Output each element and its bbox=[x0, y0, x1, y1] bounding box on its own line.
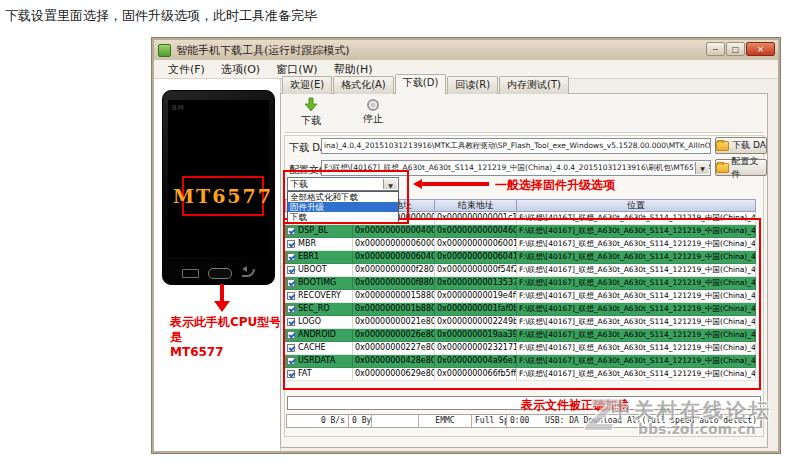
partition-name: UBOOT bbox=[298, 264, 327, 276]
toolbar-separator bbox=[285, 132, 763, 133]
table-row[interactable]: SEC_RO 0x0000000001b88000 0x0000000001fa… bbox=[285, 303, 756, 316]
row-checkbox[interactable] bbox=[287, 266, 295, 274]
tab[interactable]: 格式化(A) bbox=[333, 76, 394, 94]
start-address: 0x0000000001588000 bbox=[353, 290, 435, 302]
row-checkbox[interactable] bbox=[287, 253, 295, 261]
partition-name: ANDROID bbox=[298, 329, 336, 341]
scatter-browse-label: 配置文件 bbox=[732, 155, 766, 181]
partition-name: RECOVERY bbox=[298, 290, 341, 302]
end-address: 0x00000000006001ff bbox=[435, 238, 517, 250]
titlebar[interactable]: 智能手机下载工具(运行时跟踪模式) ─ □ × bbox=[154, 40, 778, 60]
status-cell: 0 B/s bbox=[287, 415, 349, 427]
table-row[interactable]: ANDROID 0x00000000026e8000 0x0000000019a… bbox=[285, 329, 756, 342]
start-address: 0x0000000000040000 bbox=[353, 225, 435, 237]
partition-name: MBR bbox=[298, 238, 316, 250]
end-address: 0x0000000001faf0b7 bbox=[435, 303, 517, 315]
row-checkbox[interactable] bbox=[287, 370, 295, 378]
start-address: 0x00000000629e8000 bbox=[353, 368, 435, 380]
start-address: 0x0000000000600000 bbox=[353, 238, 435, 250]
header-end-address[interactable]: 结束地址 bbox=[435, 200, 517, 211]
maximize-button[interactable]: □ bbox=[726, 42, 745, 56]
status-cell bbox=[372, 415, 419, 427]
row-checkbox[interactable] bbox=[287, 344, 295, 352]
status-cell: 0:00 bbox=[507, 415, 542, 427]
tab[interactable]: 欢迎(E) bbox=[282, 76, 332, 94]
da-browse-button[interactable]: 下载 DA bbox=[715, 137, 767, 154]
header-location[interactable]: 位置 bbox=[517, 200, 755, 211]
row-checkbox[interactable] bbox=[287, 240, 295, 248]
dropdown-option[interactable]: 固件升级 bbox=[288, 202, 398, 212]
scatter-dropdown-arrow-icon[interactable]: ▼ bbox=[695, 162, 709, 174]
row-checkbox[interactable] bbox=[287, 292, 295, 300]
stop-button[interactable]: 停止 bbox=[353, 97, 393, 129]
file-location: F:\联想\[40167]_联想_A630t_A630t_S114_121219… bbox=[517, 342, 756, 354]
mode-dropdown-list: 全部格式化和下载固件升级下载 bbox=[287, 191, 399, 223]
table-row[interactable]: BOOTIMG 0x0000000000f88000 0x00000000013… bbox=[285, 277, 756, 290]
table-row[interactable]: DSP_BL 0x0000000000040000 0x000000000004… bbox=[285, 225, 756, 238]
row-checkbox[interactable] bbox=[287, 227, 295, 235]
status-cell: Full Speed bbox=[472, 415, 507, 427]
partition-table: PRELOADER 0x0000000000000000 0x000000000… bbox=[285, 212, 756, 381]
partition-name: EBR1 bbox=[298, 251, 319, 263]
phone-image: BM MT6577 bbox=[162, 90, 275, 285]
cpu-highlight-box: MT6577 bbox=[182, 176, 264, 216]
row-checkbox[interactable] bbox=[287, 331, 295, 339]
da-path-field[interactable]: ina)_4.0.4_20151031213916\MTK工具教程驱动\SP_F… bbox=[321, 138, 711, 154]
stop-button-label: 停止 bbox=[363, 112, 383, 126]
start-address: 0x0000000000604000 bbox=[353, 251, 435, 263]
tab[interactable]: 下载(D) bbox=[395, 74, 447, 94]
start-address: 0x00000000227e8000 bbox=[353, 342, 435, 354]
table-row[interactable]: USRDATA 0x00000000428e8000 0x000000004a9… bbox=[285, 355, 756, 368]
stop-icon bbox=[367, 99, 379, 111]
dropdown-option[interactable]: 全部格式化和下载 bbox=[288, 192, 398, 202]
mode-combobox[interactable]: 下载 ▼ bbox=[287, 177, 399, 191]
file-location: F:\联想\[40167]_联想_A630t_A630t_S114_121219… bbox=[517, 225, 756, 237]
status-cell: EMMC bbox=[419, 415, 472, 427]
end-address: 0x0000000002249b77 bbox=[435, 316, 517, 328]
dropdown-option[interactable]: 下载 bbox=[288, 212, 398, 222]
end-address: 0x000000000001c193 bbox=[435, 212, 517, 224]
end-address: 0x0000000000f54f27 bbox=[435, 264, 517, 276]
dropdown-tip-annotation: 一般选择固件升级选项 bbox=[495, 177, 615, 194]
file-location: F:\联想\[40167]_联想_A630t_A630t_S114_121219… bbox=[517, 368, 756, 380]
menu-item[interactable]: 帮助(H) bbox=[326, 61, 381, 78]
menu-item[interactable]: 选项(O) bbox=[213, 61, 268, 78]
row-checkbox[interactable] bbox=[287, 318, 295, 326]
scatter-path-field[interactable]: F:\联想\[40167]_联想_A630t_A630t_S114_121219… bbox=[321, 160, 711, 176]
file-location: F:\联想\[40167]_联想_A630t_A630t_S114_121219… bbox=[517, 212, 756, 224]
tab-strip: 欢迎(E)格式化(A)下载(D)回读(R)内存测试(T) bbox=[282, 78, 570, 94]
table-row[interactable]: MBR 0x0000000000600000 0x00000000006001f… bbox=[285, 238, 756, 251]
cpu-tip-annotation: 表示此手机CPU型号是 MT6577 bbox=[170, 315, 288, 360]
end-address: 0x00000000006041ff bbox=[435, 251, 517, 263]
table-row[interactable]: LOGO 0x00000000021e8000 0x0000000002249b… bbox=[285, 316, 756, 329]
row-checkbox[interactable] bbox=[287, 305, 295, 313]
download-button-label: 下载 bbox=[301, 114, 321, 128]
minimize-button[interactable]: ─ bbox=[706, 42, 725, 56]
folder-icon bbox=[716, 163, 729, 173]
table-row[interactable]: RECOVERY 0x0000000001588000 0x0000000001… bbox=[285, 290, 756, 303]
table-row[interactable]: EBR1 0x0000000000604000 0x00000000006041… bbox=[285, 251, 756, 264]
close-button[interactable]: × bbox=[746, 42, 775, 56]
app-icon bbox=[158, 44, 171, 57]
download-tab-page: 下载 停止 下载 DA ina)_4.0.4_20151031213916\MT… bbox=[280, 93, 768, 448]
partition-name: CACHE bbox=[298, 342, 326, 354]
end-address: 0x0000000066fb5fff bbox=[435, 368, 517, 380]
row-checkbox[interactable] bbox=[287, 357, 295, 365]
table-row[interactable]: UBOOT 0x0000000000f28000 0x0000000000f54… bbox=[285, 264, 756, 277]
table-row[interactable]: CACHE 0x00000000227e8000 0x0000000023217… bbox=[285, 342, 756, 355]
end-address: 0x0000000023217117 bbox=[435, 342, 517, 354]
scatter-path-text: F:\联想\[40167]_联想_A630t_A630t_S114_121219… bbox=[324, 163, 711, 172]
end-address: 0x00000000013537ff bbox=[435, 277, 517, 289]
table-row[interactable]: FAT 0x00000000629e8000 0x0000000066fb5ff… bbox=[285, 368, 756, 381]
combo-dropdown-arrow-icon[interactable]: ▼ bbox=[383, 179, 397, 189]
tab[interactable]: 回读(R) bbox=[447, 76, 498, 94]
scatter-browse-button[interactable]: 配置文件 bbox=[715, 159, 767, 176]
row-checkbox[interactable] bbox=[287, 279, 295, 287]
start-address: 0x0000000001b88000 bbox=[353, 303, 435, 315]
menu-item[interactable]: 文件(F) bbox=[160, 61, 213, 78]
menu-item[interactable]: 窗口(W) bbox=[268, 61, 325, 78]
end-address: 0x0000000019aa39cf bbox=[435, 329, 517, 341]
menu-key-icon bbox=[182, 269, 199, 278]
download-button[interactable]: 下载 bbox=[291, 97, 331, 129]
tab[interactable]: 内存测试(T) bbox=[499, 76, 569, 94]
